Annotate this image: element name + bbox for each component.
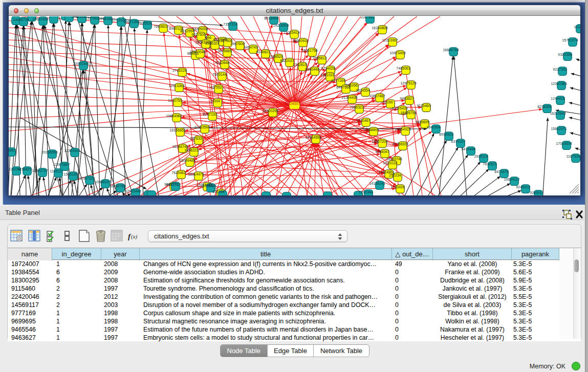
svg-text:9457771: 9457771	[166, 183, 180, 186]
svg-text:17018504: 17018504	[556, 142, 572, 145]
svg-text:16671355: 16671355	[123, 20, 139, 24]
svg-text:1640954: 1640954	[426, 125, 440, 129]
svg-text:9146821: 9146821	[256, 50, 270, 54]
svg-text:19218506: 19218506	[273, 24, 289, 27]
svg-text:8322037: 8322037	[280, 59, 294, 62]
svg-text:10025433: 10025433	[391, 106, 407, 110]
svg-text:1292344: 1292344	[359, 190, 373, 194]
svg-text:16154808: 16154808	[372, 26, 387, 30]
svg-text:7955812: 7955812	[312, 56, 326, 60]
svg-text:16914479: 16914479	[188, 172, 204, 176]
svg-text:1156829: 1156829	[18, 167, 32, 171]
svg-text:16120746: 16120746	[386, 157, 402, 161]
svg-text:1505135: 1505135	[63, 172, 77, 176]
svg-text:15716485: 15716485	[200, 184, 216, 188]
svg-text:16210643: 16210643	[550, 112, 565, 115]
svg-text:17957225: 17957225	[79, 177, 95, 180]
svg-text:924501: 924501	[530, 191, 541, 194]
svg-text:1167534: 1167534	[567, 155, 580, 158]
svg-text:18724007: 18724007	[284, 102, 300, 105]
svg-text:12975125: 12975125	[400, 81, 416, 85]
svg-text:9329366: 9329366	[558, 53, 572, 56]
svg-text:62160: 62160	[383, 100, 393, 104]
svg-text:13975887: 13975887	[54, 163, 70, 166]
svg-text:9463627: 9463627	[400, 97, 413, 100]
svg-text:546: 546	[205, 36, 211, 39]
svg-text:7485063: 7485063	[396, 67, 410, 70]
svg-text:8938923: 8938923	[439, 133, 453, 136]
svg-text:14136141: 14136141	[369, 182, 385, 185]
svg-text:15692971: 15692971	[551, 127, 567, 130]
svg-text:8186323: 8186323	[205, 41, 219, 45]
svg-text:20206556: 20206556	[41, 150, 57, 154]
svg-text:12213363: 12213363	[168, 84, 184, 87]
svg-text:1733426: 1733426	[390, 185, 404, 189]
svg-text:8267130: 8267130	[203, 113, 216, 116]
svg-text:9384047: 9384047	[375, 150, 389, 154]
svg-text:8454749: 8454749	[244, 46, 257, 49]
svg-text:3624554: 3624554	[356, 89, 369, 92]
svg-text:9777169: 9777169	[331, 79, 345, 82]
svg-text:9474444: 9474444	[461, 147, 475, 151]
svg-text:7986322: 7986322	[350, 105, 363, 109]
svg-text:20691406: 20691406	[32, 17, 48, 21]
svg-text:10958107: 10958107	[95, 180, 111, 184]
svg-text:1498222: 1498222	[184, 148, 198, 152]
svg-text:1362615: 1362615	[293, 63, 307, 67]
svg-text:12923448: 12923448	[125, 189, 141, 193]
svg-text:18300295: 18300295	[262, 109, 278, 113]
svg-text:7357224: 7357224	[223, 23, 237, 26]
svg-text:19654982: 19654982	[166, 114, 182, 118]
svg-text:18807209: 18807209	[372, 140, 387, 143]
svg-text:13325419: 13325419	[284, 31, 299, 34]
svg-text:7515526: 7515526	[138, 21, 151, 25]
svg-text:8471676: 8471676	[494, 170, 508, 173]
svg-text:7625462: 7625462	[171, 171, 185, 174]
svg-text:157164: 157164	[212, 190, 224, 193]
svg-text:18495756: 18495756	[400, 111, 416, 115]
svg-text:8990448: 8990448	[305, 68, 319, 71]
svg-text:16961758: 16961758	[301, 49, 317, 52]
svg-text:5720467: 5720467	[356, 119, 370, 122]
svg-text:9327505: 9327505	[191, 33, 205, 36]
svg-text:10688609: 10688609	[363, 128, 379, 132]
svg-text:12942737: 12942737	[32, 169, 48, 172]
svg-text:7803144: 7803144	[212, 73, 226, 76]
svg-text:9227342: 9227342	[553, 68, 567, 71]
svg-text:20053346: 20053346	[73, 62, 89, 65]
svg-text:1112: 1112	[574, 25, 580, 29]
svg-text:9899695: 9899695	[415, 120, 429, 124]
svg-text:11353594: 11353594	[194, 125, 210, 129]
svg-text:12359924: 12359924	[64, 149, 80, 152]
svg-text:20756928: 20756928	[392, 142, 408, 146]
svg-text:19384554: 19384554	[305, 136, 321, 139]
svg-text:114513: 114513	[50, 169, 62, 173]
svg-text:16046745: 16046745	[172, 145, 188, 148]
svg-text:7663822: 7663822	[154, 25, 167, 28]
svg-text:(x): (x)	[131, 233, 138, 240]
svg-text:10973493: 10973493	[389, 51, 405, 55]
svg-text:12093383: 12093383	[551, 82, 567, 85]
svg-text:9115460: 9115460	[417, 104, 431, 107]
svg-text:746266: 746266	[345, 83, 357, 87]
svg-text:15751074: 15751074	[562, 38, 578, 42]
svg-text:1010755: 1010755	[168, 99, 182, 102]
svg-text:16648784: 16648784	[443, 48, 459, 52]
svg-text:2967608: 2967608	[230, 42, 244, 46]
svg-text:2626652: 2626652	[9, 148, 16, 152]
svg-text:12213967: 12213967	[382, 38, 398, 42]
svg-text:1621022: 1621022	[320, 73, 334, 77]
svg-text:6379197: 6379197	[451, 140, 465, 143]
svg-text:8215955: 8215955	[537, 105, 551, 108]
svg-text:19654923: 19654923	[395, 127, 410, 131]
svg-text:8813054: 8813054	[264, 16, 278, 20]
svg-text:9245012: 9245012	[516, 185, 530, 189]
svg-text:14055724: 14055724	[13, 18, 29, 21]
svg-text:18640910: 18640910	[292, 39, 308, 42]
svg-text:17004: 17004	[210, 99, 220, 103]
svg-text:7632621: 7632621	[483, 162, 496, 166]
svg-text:887833: 887833	[190, 137, 202, 140]
svg-text:16099489: 16099489	[179, 159, 195, 162]
svg-text:1327602: 1327602	[85, 16, 99, 20]
svg-text:1615132: 1615132	[383, 161, 397, 165]
